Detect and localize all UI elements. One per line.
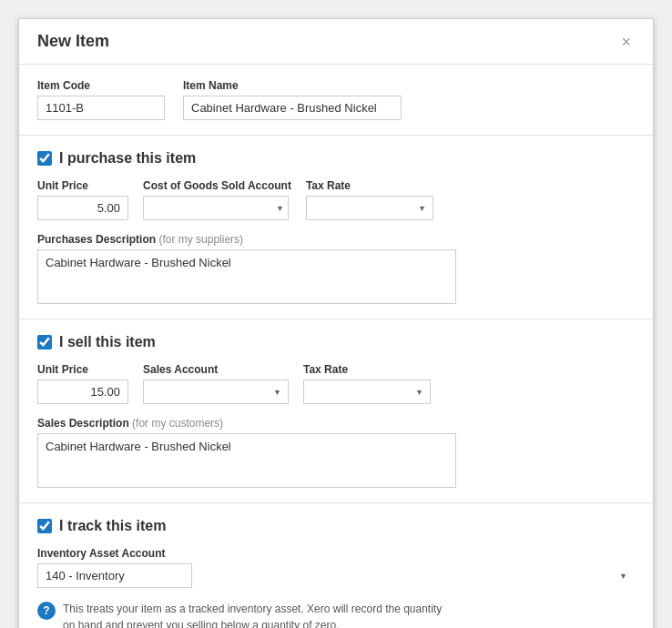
sell-description-label: Sales Description (for my customers) <box>37 417 635 430</box>
sell-description-group: Sales Description (for my customers) Cab… <box>37 417 635 488</box>
purchase-fields-row: Unit Price Cost of Goods Sold Account Ta… <box>37 179 635 220</box>
sell-unit-price-field: Unit Price <box>37 363 128 404</box>
item-name-input[interactable] <box>183 96 402 120</box>
purchase-unit-price-field: Unit Price <box>37 179 128 220</box>
item-name-field: Item Name <box>183 79 402 120</box>
track-section-header: I track this item <box>37 518 635 534</box>
purchase-section-title: I purchase this item <box>59 150 196 167</box>
purchase-unit-price-input[interactable] <box>37 196 128 220</box>
purchase-tax-rate-select[interactable] <box>306 196 433 220</box>
purchase-tax-rate-field: Tax Rate <box>306 179 433 220</box>
close-button[interactable]: × <box>617 34 635 50</box>
item-code-field: Item Code <box>37 79 165 120</box>
sales-account-label: Sales Account <box>143 363 289 376</box>
modal-body: Item Code Item Name I purchase this item… <box>19 65 653 628</box>
cogs-account-select[interactable] <box>143 196 289 220</box>
purchase-unit-price-label: Unit Price <box>37 179 128 192</box>
cogs-account-label: Cost of Goods Sold Account <box>143 179 291 192</box>
cogs-account-select-wrapper <box>143 196 291 220</box>
track-checkbox[interactable] <box>37 519 52 533</box>
purchase-section: I purchase this item Unit Price Cost of … <box>19 136 653 319</box>
modal-header: New Item × <box>19 19 653 65</box>
inventory-account-label: Inventory Asset Account <box>37 547 635 560</box>
purchase-tax-rate-select-wrapper <box>306 196 433 220</box>
sell-checkbox[interactable] <box>37 335 52 349</box>
modal-title: New Item <box>37 32 109 51</box>
sell-unit-price-input[interactable] <box>37 380 128 404</box>
sell-unit-price-label: Unit Price <box>37 363 128 376</box>
sell-tax-rate-field: Tax Rate <box>303 363 431 404</box>
new-item-modal: New Item × Item Code Item Name I purchas… <box>18 18 654 628</box>
track-section-title: I track this item <box>59 518 166 534</box>
top-fields: Item Code Item Name <box>19 65 653 136</box>
track-section: I track this item Inventory Asset Accoun… <box>19 503 653 628</box>
info-icon: ? <box>37 602 56 620</box>
sell-tax-rate-label: Tax Rate <box>303 363 431 376</box>
purchase-section-header: I purchase this item <box>37 150 635 167</box>
inventory-account-group: Inventory Asset Account 140 - Inventory <box>37 547 635 588</box>
info-box: ? This treats your item as a tracked inv… <box>37 601 456 628</box>
purchase-description-textarea[interactable]: Cabinet Hardware - Brushed Nickel <box>37 249 456 304</box>
sell-tax-rate-select-wrapper <box>303 380 431 404</box>
inventory-account-select[interactable]: 140 - Inventory <box>37 563 192 588</box>
sell-fields-row: Unit Price Sales Account Tax Rate <box>37 363 635 404</box>
sales-account-field: Sales Account <box>143 363 289 404</box>
sales-account-select-wrapper <box>143 380 289 404</box>
sell-section-title: I sell this item <box>59 334 156 350</box>
purchase-checkbox[interactable] <box>37 151 52 166</box>
info-text: This treats your item as a tracked inven… <box>63 601 456 628</box>
item-code-input[interactable] <box>37 96 165 120</box>
sell-section: I sell this item Unit Price Sales Accoun… <box>19 319 653 503</box>
sell-section-header: I sell this item <box>37 334 635 350</box>
purchase-description-group: Purchases Description (for my suppliers)… <box>37 233 635 304</box>
sell-description-textarea[interactable]: Cabinet Hardware - Brushed Nickel <box>37 433 456 488</box>
purchase-tax-rate-label: Tax Rate <box>306 179 433 192</box>
item-code-label: Item Code <box>37 79 165 92</box>
inventory-account-select-wrapper: 140 - Inventory <box>37 563 635 588</box>
purchase-description-label: Purchases Description (for my suppliers) <box>37 233 635 246</box>
sell-tax-rate-select[interactable] <box>303 380 431 404</box>
item-name-label: Item Name <box>183 79 402 92</box>
sales-account-select[interactable] <box>143 380 289 404</box>
cogs-account-field: Cost of Goods Sold Account <box>143 179 291 220</box>
